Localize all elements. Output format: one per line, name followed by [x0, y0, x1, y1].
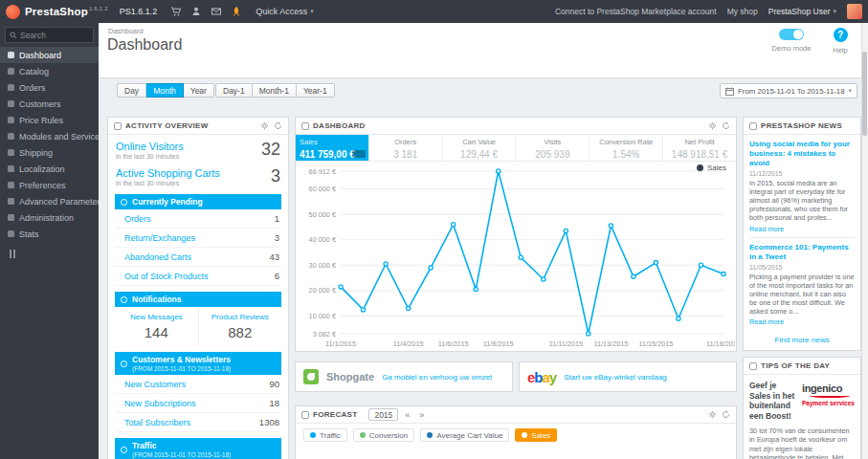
sidebar-item-shipping[interactable]: Shipping	[0, 144, 99, 161]
activity-panel-title: ACTIVITY OVERVIEW	[125, 121, 209, 130]
sidebar-item-advanced-parameters[interactable]: Advanced Parameters	[0, 193, 99, 209]
sidebar-item-label: Stats	[19, 230, 39, 239]
svg-text:11/11/2015: 11/11/2015	[549, 339, 583, 348]
shop-name-label[interactable]: PS1.6.1.2	[120, 7, 158, 16]
gear-icon[interactable]	[260, 121, 269, 130]
user-menu[interactable]: PrestaShop User▾	[768, 7, 836, 16]
forecast-panel: FORECAST 2015 « » Traffic Conversion Ave…	[295, 405, 737, 459]
catalog-icon	[8, 68, 14, 75]
find-more-news-link[interactable]: Find more news	[744, 330, 860, 350]
kpi-cart-value[interactable]: Cart Value129,44 €	[443, 135, 517, 161]
sidebar-item-customers[interactable]: Customers	[0, 96, 99, 112]
new-customers-row[interactable]: New Customers90	[115, 375, 281, 394]
range-button-year-1[interactable]: Year-1	[297, 83, 335, 98]
help-icon[interactable]: ?	[834, 28, 848, 42]
demo-mode-toggle[interactable]	[779, 29, 804, 40]
sidebar-item-administration[interactable]: Administration	[0, 209, 99, 226]
range-button-year[interactable]: Year	[184, 83, 214, 98]
read-more-link[interactable]: Read more	[749, 317, 784, 326]
sidebar-item-label: Modules and Services	[19, 132, 99, 142]
user-avatar[interactable]	[847, 4, 862, 19]
gear-icon[interactable]	[708, 121, 717, 130]
shopgate-link[interactable]: Ga mobiel en verhoog uw omzet	[382, 373, 492, 382]
sidebar: DashboardCatalogOrdersCustomersPrice Rul…	[0, 23, 99, 459]
previous-year-button[interactable]: «	[402, 410, 412, 420]
active-carts-stat: Active Shopping Carts in the last 30 min…	[108, 162, 288, 188]
news-article: Ecommerce 101: Payments in a Tweet 11/05…	[744, 238, 860, 331]
total-subscribers-row[interactable]: Total Subscribers1308	[115, 413, 281, 432]
sidebar-item-orders[interactable]: Orders	[0, 79, 99, 96]
sidebar-item-localization[interactable]: Localization	[0, 161, 99, 177]
new-messages-cell[interactable]: New Messages 144	[115, 307, 198, 346]
kpi-sales[interactable]: Sales411 759,00 €	[296, 135, 369, 161]
prestashop-admin: PrestaShop1.6.1.2 PS1.6.1.2 Quick Access…	[0, 0, 868, 459]
sidebar-item-modules-and-services[interactable]: Modules and Services	[0, 128, 99, 144]
online-visitors-link[interactable]: Online Visitors	[116, 141, 184, 152]
date-range-buttons-1: DayMonthYear	[117, 83, 214, 98]
forecast-legend-sales[interactable]: Sales	[515, 428, 557, 442]
range-button-month[interactable]: Month	[146, 83, 184, 98]
forecast-year-select[interactable]: 2015	[368, 408, 398, 421]
forecast-legend-average-cart-value[interactable]: Average Cart Value	[420, 428, 509, 442]
sidebar-item-price-rules[interactable]: Price Rules	[0, 112, 99, 128]
pending-orders-row[interactable]: Orders1	[115, 209, 281, 229]
ebay-link[interactable]: Start uw eBay-winkel vandaag	[564, 373, 667, 382]
scrollbar-thumb[interactable]	[862, 52, 867, 136]
svg-text:11/15/2015: 11/15/2015	[638, 339, 673, 348]
customers-notification-icon[interactable]	[190, 6, 202, 17]
dashboard-panel: DASHBOARD Sales411 759,00 €Orders3 181Ca…	[295, 117, 737, 352]
sidebar-item-label: Catalog	[19, 67, 49, 76]
range-button-day-1[interactable]: Day-1	[215, 83, 253, 98]
collapse-sidebar-icon[interactable]	[10, 250, 99, 258]
orders-icon	[8, 84, 14, 91]
topbar: PrestaShop1.6.1.2 PS1.6.1.2 Quick Access…	[0, 0, 868, 23]
sidebar-item-catalog[interactable]: Catalog	[0, 63, 99, 79]
refresh-icon[interactable]	[722, 121, 730, 130]
refresh-icon[interactable]	[722, 410, 730, 419]
new-subscriptions-row[interactable]: New Subscriptions18	[115, 394, 281, 413]
news-article-date: 11/05/2015	[749, 264, 855, 271]
svg-text:11/18/2015: 11/18/2015	[706, 339, 735, 348]
kpi-orders[interactable]: Orders3 181	[369, 135, 443, 161]
forecast-legend-traffic[interactable]: Traffic	[303, 428, 347, 442]
marketplace-link[interactable]: Connect to PrestaShop Marketplace accoun…	[555, 7, 717, 16]
messages-icon[interactable]	[211, 6, 222, 17]
sidebar-item-preferences[interactable]: Preferences	[0, 177, 99, 193]
kpi-net-profit[interactable]: Net Profit148 918,51 €	[663, 135, 736, 161]
date-range-picker[interactable]: From 2015-11-01 To 2015-11-18 ▾	[720, 83, 857, 98]
sidebar-item-stats[interactable]: Stats	[0, 226, 99, 242]
range-button-month-1[interactable]: Month-1	[253, 83, 297, 98]
svg-text:40 000 €: 40 000 €	[309, 235, 336, 244]
abandoned-carts-row[interactable]: Abandoned Carts43	[115, 248, 281, 267]
sidebar-search	[5, 27, 94, 43]
forecast-legend-conversion[interactable]: Conversion	[353, 428, 414, 442]
cart-icon[interactable]	[170, 6, 182, 17]
next-year-button[interactable]: »	[416, 410, 427, 420]
kpi-row: Sales411 759,00 €Orders3 181Cart Value12…	[296, 135, 736, 162]
quick-access-menu[interactable]: Quick Access▾	[256, 7, 314, 16]
page-title: Dashboard	[107, 36, 182, 54]
my-shop-link[interactable]: My shop	[727, 7, 758, 16]
svg-text:50 000 €: 50 000 €	[309, 210, 336, 219]
search-input[interactable]	[20, 31, 89, 40]
active-carts-value: 3	[271, 167, 280, 185]
sidebar-item-dashboard[interactable]: Dashboard	[0, 47, 99, 63]
forecast-icon	[301, 411, 309, 419]
calendar-icon	[725, 87, 734, 96]
breadcrumb[interactable]: Dashboard	[108, 27, 144, 35]
svg-text:11/4/2015: 11/4/2015	[393, 339, 424, 348]
kpi-conversion-rate[interactable]: Conversion Rate1.54%	[590, 135, 663, 161]
range-button-day[interactable]: Day	[117, 83, 146, 98]
pending-returns-row[interactable]: Return/Exchanges3	[115, 229, 281, 248]
rocket-icon[interactable]	[231, 6, 242, 17]
out-of-stock-row[interactable]: Out of Stock Products6	[115, 267, 281, 286]
gear-icon[interactable]	[708, 410, 717, 419]
news-article-title[interactable]: Ecommerce 101: Payments in a Tweet	[749, 243, 855, 262]
news-article-title[interactable]: Using social media for your business: 4 …	[749, 140, 855, 168]
kpi-visits[interactable]: Visits205 939	[516, 135, 590, 161]
chart-legend-sales[interactable]: Sales	[697, 164, 726, 172]
refresh-icon[interactable]	[274, 121, 282, 130]
product-reviews-cell[interactable]: Product Reviews 882	[198, 307, 282, 346]
active-carts-link[interactable]: Active Shopping Carts	[116, 167, 220, 179]
read-more-link[interactable]: Read more	[749, 225, 784, 233]
